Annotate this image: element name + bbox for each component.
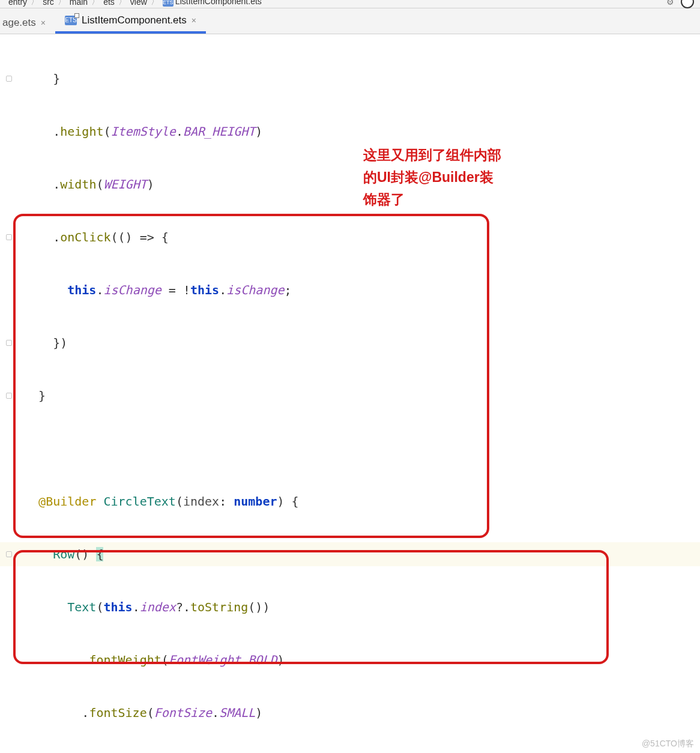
code-text: height [60, 124, 103, 139]
breadcrumb-item[interactable]: entry [5, 0, 31, 7]
close-icon[interactable]: × [41, 18, 46, 28]
code-text: Row [53, 547, 74, 561]
ets-file-icon: ETS [163, 0, 173, 7]
code-editor[interactable]: } .height(ItemStyle.BAR_HEIGHT) .width(W… [0, 34, 700, 753]
tab-label: ListItemComponent.ets [82, 14, 187, 26]
code-text: fontSize [89, 706, 146, 720]
tab-listitemcomponent-ets[interactable]: ETS ListItemComponent.ets × [55, 10, 206, 34]
code-text: @Builder [38, 494, 96, 509]
breadcrumb-item[interactable]: view [127, 0, 151, 7]
breadcrumb-item[interactable]: ets [100, 0, 118, 7]
close-icon[interactable]: × [192, 16, 196, 25]
code-text: width [60, 177, 96, 192]
gear-icon[interactable]: ⚙ [666, 0, 676, 7]
tab-age-ets[interactable]: age.ets × [0, 12, 55, 34]
annotation-callout: 这里又用到了组件内部 的UI封装@Builder装 饰器了 [363, 144, 501, 210]
breadcrumb-item[interactable]: src [39, 0, 58, 7]
tab-bar: age.ets × ETS ListItemComponent.ets × [0, 8, 700, 34]
breadcrumb: entry〉 src〉 main〉 ets〉 view〉 ETSListItem… [0, 0, 700, 8]
code-text: }) [53, 336, 67, 350]
tab-label: age.ets [2, 17, 36, 29]
code-text: onClick [60, 230, 110, 244]
avatar[interactable] [681, 0, 694, 8]
code-text: Text [67, 600, 96, 614]
ets-file-icon: ETS [65, 16, 77, 25]
breadcrumb-item[interactable]: main [66, 0, 91, 7]
code-text: } [38, 389, 46, 403]
code-text: fontWeight [89, 653, 161, 667]
watermark: @51CTO博客 [642, 739, 694, 749]
code-text: } [53, 71, 60, 86]
breadcrumb-item[interactable]: ETSListItemComponent.ets [159, 0, 265, 7]
